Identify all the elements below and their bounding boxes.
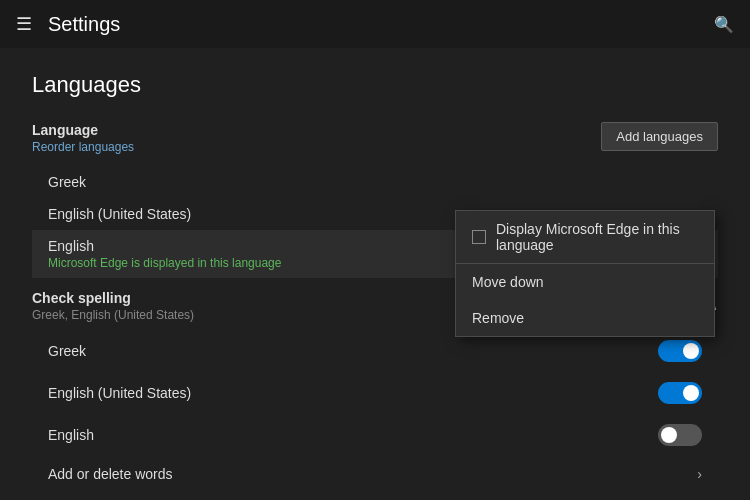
language-item-greek[interactable]: Greek (32, 166, 718, 198)
context-menu: Display Microsoft Edge in this language … (455, 210, 715, 337)
spell-toggle-english-knob (661, 427, 677, 443)
page-title: Languages (32, 72, 718, 98)
spell-item-english: English (32, 414, 718, 456)
hamburger-icon[interactable]: ☰ (16, 13, 32, 35)
add-delete-words-label: Add or delete words (48, 466, 173, 482)
add-languages-button[interactable]: Add languages (601, 122, 718, 151)
app-header: ☰ Settings 🔍 (0, 0, 750, 48)
main-content: Languages Language Reorder languages Add… (0, 48, 750, 500)
context-move-down[interactable]: Move down (456, 264, 714, 300)
check-spelling-title: Check spelling (32, 290, 194, 306)
language-section-left: Language Reorder languages (32, 122, 134, 154)
search-icon[interactable]: 🔍 (714, 15, 734, 34)
add-delete-words-row[interactable]: Add or delete words › (32, 456, 718, 492)
spell-toggle-greek-knob (683, 343, 699, 359)
reorder-languages-link[interactable]: Reorder languages (32, 140, 134, 154)
spell-toggle-english-us[interactable] (658, 382, 702, 404)
chevron-right-icon: › (697, 466, 702, 482)
spell-item-greek-label: Greek (48, 343, 86, 359)
language-item-greek-label: Greek (48, 174, 702, 190)
spell-item-english-label: English (48, 427, 94, 443)
context-remove-label: Remove (472, 310, 524, 326)
display-checkbox[interactable] (472, 230, 486, 244)
context-display-option[interactable]: Display Microsoft Edge in this language (456, 211, 714, 264)
context-move-down-label: Move down (472, 274, 544, 290)
spell-item-english-us-label: English (United States) (48, 385, 191, 401)
check-spelling-left: Check spelling Greek, English (United St… (32, 290, 194, 322)
spell-item-english-us: English (United States) (32, 372, 718, 414)
spell-toggle-greek[interactable] (658, 340, 702, 362)
context-remove[interactable]: Remove (456, 300, 714, 336)
app-title: Settings (48, 13, 120, 36)
language-section-header: Language Reorder languages Add languages (32, 122, 718, 154)
language-label: Language (32, 122, 134, 138)
spell-toggle-english[interactable] (658, 424, 702, 446)
spell-check-list: Greek English (United States) English (32, 330, 718, 456)
context-display-label: Display Microsoft Edge in this language (496, 221, 698, 253)
spell-toggle-english-us-knob (683, 385, 699, 401)
check-spelling-subtitle: Greek, English (United States) (32, 308, 194, 322)
